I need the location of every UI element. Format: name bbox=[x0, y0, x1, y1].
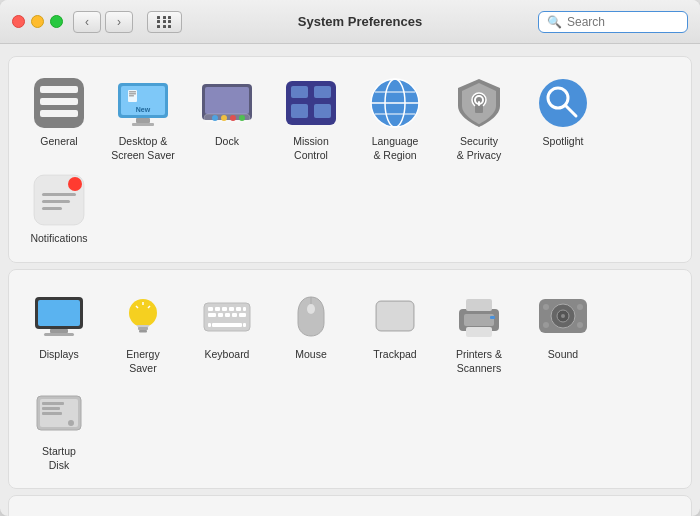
svg-rect-59 bbox=[243, 307, 246, 311]
svg-rect-63 bbox=[232, 313, 237, 317]
sidebar-item-desktop-screen-saver[interactable]: New Desktop &Screen Saver bbox=[101, 71, 185, 168]
printers-scanners-icon bbox=[451, 288, 507, 344]
svg-point-84 bbox=[577, 322, 583, 328]
svg-point-39 bbox=[68, 177, 82, 191]
forward-button[interactable]: › bbox=[105, 11, 133, 33]
svg-rect-48 bbox=[138, 327, 148, 330]
personal-grid: General New bbox=[17, 71, 683, 252]
svg-rect-32 bbox=[475, 105, 483, 113]
sidebar-item-general[interactable]: General bbox=[17, 71, 101, 168]
svg-rect-12 bbox=[132, 123, 154, 126]
displays-label: Displays bbox=[39, 348, 79, 362]
personal-section: General New bbox=[8, 56, 692, 263]
mission-control-icon bbox=[283, 75, 339, 131]
sidebar-item-keyboard[interactable]: Keyboard bbox=[185, 284, 269, 381]
svg-point-19 bbox=[239, 115, 245, 121]
svg-rect-74 bbox=[466, 299, 492, 311]
svg-point-81 bbox=[543, 304, 549, 310]
language-region-label: Language& Region bbox=[372, 135, 419, 162]
search-input[interactable] bbox=[567, 15, 679, 29]
hardware-section: Displays bbox=[8, 269, 692, 490]
traffic-lights bbox=[12, 15, 63, 28]
svg-rect-71 bbox=[377, 302, 413, 330]
nav-buttons: ‹ › bbox=[73, 11, 133, 33]
search-icon: 🔍 bbox=[547, 15, 562, 29]
svg-rect-61 bbox=[218, 313, 223, 317]
svg-rect-7 bbox=[129, 91, 136, 93]
svg-rect-55 bbox=[215, 307, 220, 311]
svg-point-83 bbox=[543, 322, 549, 328]
svg-rect-44 bbox=[38, 300, 80, 326]
svg-rect-14 bbox=[205, 87, 249, 114]
sidebar-item-mission-control[interactable]: MissionControl bbox=[269, 71, 353, 168]
printers-scanners-label: Printers &Scanners bbox=[456, 348, 502, 375]
sidebar-item-startup-disk[interactable]: StartupDisk bbox=[17, 381, 101, 478]
svg-rect-67 bbox=[243, 323, 246, 327]
svg-rect-73 bbox=[464, 314, 494, 326]
svg-point-17 bbox=[221, 115, 227, 121]
trackpad-label: Trackpad bbox=[373, 348, 416, 362]
svg-point-80 bbox=[561, 314, 565, 318]
svg-rect-64 bbox=[239, 313, 246, 317]
mouse-label: Mouse bbox=[295, 348, 327, 362]
svg-rect-41 bbox=[42, 200, 70, 203]
svg-rect-46 bbox=[44, 333, 74, 336]
grid-view-button[interactable] bbox=[147, 11, 182, 33]
sound-label: Sound bbox=[548, 348, 578, 362]
language-region-icon bbox=[367, 75, 423, 131]
dock-icon bbox=[199, 75, 255, 131]
svg-rect-89 bbox=[42, 407, 60, 410]
trackpad-icon bbox=[367, 288, 423, 344]
sidebar-item-security-privacy[interactable]: Security& Privacy bbox=[437, 71, 521, 168]
desktop-screen-saver-label: Desktop &Screen Saver bbox=[111, 135, 175, 162]
minimize-button[interactable] bbox=[31, 15, 44, 28]
energy-saver-label: EnergySaver bbox=[126, 348, 159, 375]
startup-disk-icon bbox=[31, 385, 87, 441]
svg-rect-3 bbox=[40, 110, 78, 117]
svg-rect-49 bbox=[139, 330, 147, 333]
svg-rect-65 bbox=[212, 323, 242, 327]
sidebar-item-internet-accounts[interactable]: @ InternetAccounts bbox=[101, 510, 185, 516]
maximize-button[interactable] bbox=[50, 15, 63, 28]
sidebar-item-dock[interactable]: Dock bbox=[185, 71, 269, 168]
close-button[interactable] bbox=[12, 15, 25, 28]
sidebar-item-language-region[interactable]: Language& Region bbox=[353, 71, 437, 168]
dock-label: Dock bbox=[215, 135, 239, 149]
sidebar-item-energy-saver[interactable]: EnergySaver bbox=[101, 284, 185, 381]
svg-rect-88 bbox=[42, 402, 64, 405]
sidebar-item-extensions[interactable]: Extensions bbox=[437, 510, 521, 516]
sidebar-item-bluetooth[interactable]: Bluetooth bbox=[353, 510, 437, 516]
sidebar-item-sound[interactable]: Sound bbox=[521, 284, 605, 381]
sidebar-item-mouse[interactable]: Mouse bbox=[269, 284, 353, 381]
sidebar-item-icloud[interactable]: iCloud bbox=[17, 510, 101, 516]
sidebar-item-notifications[interactable]: Notifications bbox=[17, 168, 101, 252]
security-privacy-icon bbox=[451, 75, 507, 131]
energy-saver-icon bbox=[115, 288, 171, 344]
svg-rect-9 bbox=[129, 95, 134, 97]
svg-point-16 bbox=[212, 115, 218, 121]
back-button[interactable]: ‹ bbox=[73, 11, 101, 33]
svg-text:New: New bbox=[136, 106, 151, 113]
mouse-icon bbox=[283, 288, 339, 344]
sidebar-item-network[interactable]: Network bbox=[269, 510, 353, 516]
sidebar-item-displays[interactable]: Displays bbox=[17, 284, 101, 381]
sidebar-item-sharing[interactable]: ! Sharing bbox=[521, 510, 605, 516]
svg-point-18 bbox=[230, 115, 236, 121]
svg-rect-90 bbox=[42, 412, 62, 415]
sidebar-item-spotlight[interactable]: Spotlight bbox=[521, 71, 605, 168]
sidebar-item-software-update[interactable]: SoftwareUpdate bbox=[185, 510, 269, 516]
sidebar-item-trackpad[interactable]: Trackpad bbox=[353, 284, 437, 381]
svg-rect-45 bbox=[50, 329, 68, 333]
hardware-grid: Displays bbox=[17, 284, 683, 479]
spotlight-icon bbox=[535, 75, 591, 131]
notifications-icon bbox=[31, 172, 87, 228]
svg-rect-11 bbox=[136, 118, 150, 123]
svg-rect-75 bbox=[466, 327, 492, 337]
internet-section: iCloud @ InternetAccounts bbox=[8, 495, 692, 516]
svg-rect-54 bbox=[208, 307, 213, 311]
svg-rect-23 bbox=[291, 104, 308, 118]
startup-disk-label: StartupDisk bbox=[42, 445, 76, 472]
general-label: General bbox=[40, 135, 77, 149]
sidebar-item-printers-scanners[interactable]: Printers &Scanners bbox=[437, 284, 521, 381]
search-box[interactable]: 🔍 bbox=[538, 11, 688, 33]
